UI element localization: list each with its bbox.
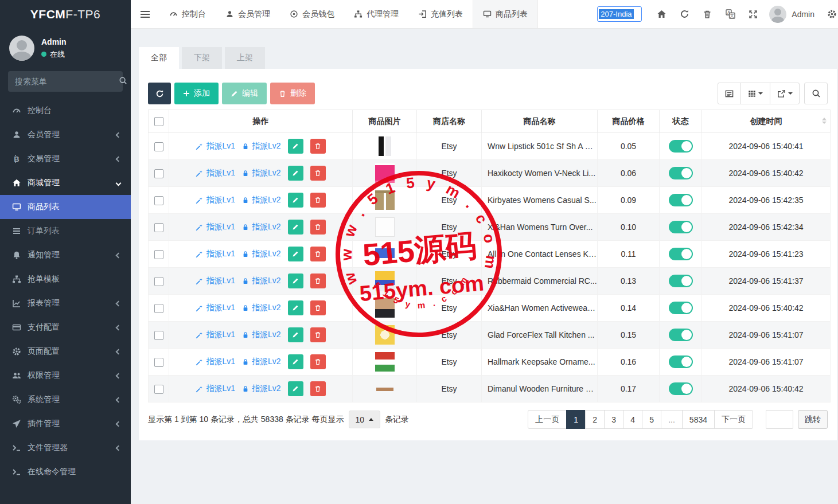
region-input[interactable]: 207-India (597, 6, 642, 22)
status-toggle[interactable] (669, 194, 693, 206)
fullscreen-icon[interactable] (742, 0, 765, 29)
page-button-5834[interactable]: 5834 (682, 410, 715, 429)
detail-view-icon[interactable] (718, 83, 741, 104)
row-edit-button[interactable] (288, 166, 303, 181)
page-size-select[interactable]: 10 (349, 411, 381, 428)
row-edit-button[interactable] (288, 193, 303, 208)
status-toggle[interactable] (669, 167, 693, 179)
topnav-recharge-list[interactable]: 充值列表 (408, 0, 473, 28)
admin-avatar[interactable] (769, 6, 786, 23)
sidebar-item-mall[interactable]: 商城管理 (0, 171, 131, 195)
status-toggle[interactable] (669, 329, 693, 341)
assign-lv2-link[interactable]: 指派Lv2 (242, 249, 281, 259)
table-search-button[interactable] (804, 83, 828, 104)
sidebar-search-input[interactable] (15, 77, 119, 86)
sidebar-item-online-command[interactable]: 在线命令管理 (0, 460, 131, 484)
row-checkbox[interactable] (154, 277, 163, 286)
row-checkbox[interactable] (154, 358, 163, 367)
row-delete-button[interactable] (310, 139, 326, 154)
row-delete-button[interactable] (310, 300, 326, 315)
sidebar-item-members[interactable]: 会员管理 (0, 123, 131, 147)
select-all-checkbox[interactable] (154, 117, 163, 126)
sidebar-item-file-manager[interactable]: 文件管理器 (0, 436, 131, 460)
assign-lv1-link[interactable]: 指派Lv1 (196, 276, 235, 286)
header-created[interactable]: 创建时间 (702, 110, 831, 133)
row-delete-button[interactable] (310, 381, 326, 396)
status-toggle[interactable] (669, 355, 693, 368)
page-button-2[interactable]: 2 (585, 410, 605, 429)
row-delete-button[interactable] (310, 274, 326, 288)
row-checkbox[interactable] (154, 196, 163, 205)
assign-lv1-link[interactable]: 指派Lv1 (196, 249, 235, 259)
topnav-agents[interactable]: 代理管理 (344, 0, 408, 28)
tab-off-shelf[interactable]: 下架 (182, 47, 222, 69)
tab-all[interactable]: 全部 (139, 47, 179, 69)
sidebar-item-page-config[interactable]: 页面配置 (0, 339, 131, 364)
sidebar-item-trades[interactable]: B 交易管理 (0, 147, 131, 171)
row-edit-button[interactable] (288, 220, 303, 235)
sidebar-item-system[interactable]: 系统管理 (0, 388, 131, 412)
row-edit-button[interactable] (288, 354, 303, 369)
assign-lv2-link[interactable]: 指派Lv2 (242, 222, 281, 232)
assign-lv2-link[interactable]: 指派Lv2 (242, 168, 281, 178)
jump-button[interactable]: 跳转 (798, 410, 828, 429)
sidebar-item-notifications[interactable]: 通知管理 (0, 243, 131, 267)
status-toggle[interactable] (669, 140, 693, 153)
assign-lv2-link[interactable]: 指派Lv2 (242, 303, 281, 313)
topnav-members[interactable]: 会员管理 (216, 0, 280, 28)
delete-button[interactable]: 删除 (270, 83, 315, 104)
jump-page-input[interactable] (766, 410, 793, 429)
row-delete-button[interactable] (310, 327, 326, 342)
sidebar-item-reports[interactable]: 报表管理 (0, 291, 131, 315)
next-page-button[interactable]: 下一页 (714, 410, 753, 429)
row-edit-button[interactable] (288, 139, 303, 154)
language-icon[interactable]: A文 (719, 0, 742, 29)
home-icon[interactable] (650, 0, 673, 29)
row-checkbox[interactable] (154, 223, 163, 232)
row-checkbox[interactable] (154, 169, 163, 178)
status-toggle[interactable] (669, 382, 693, 395)
row-edit-button[interactable] (288, 247, 303, 261)
sort-icon[interactable] (822, 118, 827, 124)
prev-page-button[interactable]: 上一页 (528, 410, 567, 429)
sidebar-item-dashboard[interactable]: 控制台 (0, 99, 131, 123)
add-button[interactable]: 添加 (174, 83, 219, 104)
assign-lv1-link[interactable]: 指派Lv1 (196, 195, 235, 205)
assign-lv1-link[interactable]: 指派Lv1 (196, 168, 235, 178)
assign-lv2-link[interactable]: 指派Lv2 (242, 357, 281, 367)
assign-lv1-link[interactable]: 指派Lv1 (196, 357, 235, 367)
row-checkbox[interactable] (154, 142, 163, 151)
page-button-5[interactable]: 5 (642, 410, 661, 429)
sidebar-item-order-template[interactable]: 抢单模板 (0, 267, 131, 291)
page-button-4[interactable]: 4 (623, 410, 642, 429)
status-toggle[interactable] (669, 275, 693, 287)
columns-dropdown-button[interactable] (740, 83, 770, 104)
row-checkbox[interactable] (154, 385, 163, 394)
page-button-1[interactable]: 1 (566, 410, 586, 429)
row-edit-button[interactable] (288, 327, 303, 342)
assign-lv2-link[interactable]: 指派Lv2 (242, 141, 281, 151)
sidebar-item-payment-config[interactable]: 支付配置 (0, 315, 131, 339)
assign-lv2-link[interactable]: 指派Lv2 (242, 330, 281, 340)
edit-button[interactable]: 编辑 (222, 83, 267, 104)
assign-lv1-link[interactable]: 指派Lv1 (196, 222, 235, 232)
topnav-dashboard[interactable]: 控制台 (159, 0, 216, 28)
row-checkbox[interactable] (154, 304, 163, 313)
trash-icon[interactable] (696, 0, 719, 29)
row-delete-button[interactable] (310, 193, 326, 208)
row-delete-button[interactable] (310, 354, 326, 369)
row-checkbox[interactable] (154, 250, 163, 259)
status-toggle[interactable] (669, 221, 693, 233)
assign-lv1-link[interactable]: 指派Lv1 (196, 141, 235, 151)
sidebar-item-order-list[interactable]: 订单列表 (0, 219, 131, 243)
topnav-product-list[interactable]: 商品列表 (473, 0, 538, 28)
page-button-3[interactable]: 3 (604, 410, 623, 429)
sidebar-toggle-button[interactable] (131, 0, 159, 28)
assign-lv2-link[interactable]: 指派Lv2 (242, 195, 281, 205)
topnav-member-wallet[interactable]: 会员钱包 (280, 0, 344, 28)
refresh-button[interactable] (148, 83, 171, 104)
row-delete-button[interactable] (310, 247, 326, 261)
page-ellipsis[interactable]: ... (661, 410, 683, 429)
assign-lv1-link[interactable]: 指派Lv1 (196, 384, 235, 394)
sidebar-item-permissions[interactable]: 权限管理 (0, 364, 131, 388)
